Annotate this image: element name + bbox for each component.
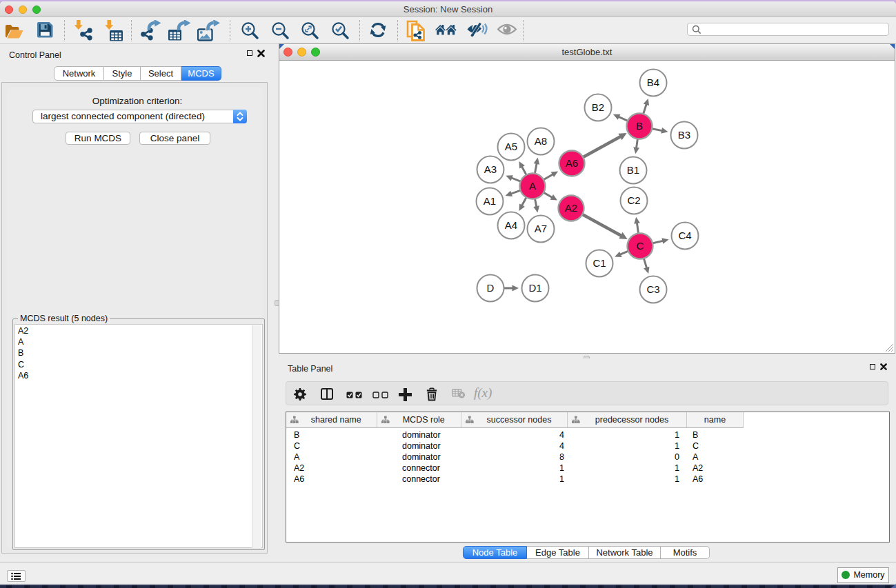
svg-text:C: C	[637, 240, 644, 252]
svg-text:A4: A4	[505, 219, 517, 231]
svg-text:D: D	[487, 282, 495, 294]
svg-text:C1: C1	[593, 257, 606, 269]
svg-text:C4: C4	[678, 230, 691, 241]
svg-text:A3: A3	[484, 163, 497, 175]
svg-text:D1: D1	[528, 282, 541, 294]
svg-text:B2: B2	[592, 101, 604, 113]
svg-text:A2: A2	[565, 202, 577, 214]
svg-text:A6: A6	[566, 157, 578, 169]
svg-text:A1: A1	[484, 195, 496, 207]
svg-text:C3: C3	[646, 283, 659, 295]
svg-text:B4: B4	[647, 77, 659, 88]
svg-text:A: A	[529, 180, 536, 192]
svg-text:B1: B1	[627, 164, 639, 176]
svg-text:B3: B3	[678, 129, 690, 141]
svg-text:A8: A8	[535, 135, 547, 147]
svg-text:A7: A7	[535, 223, 547, 234]
svg-text:C2: C2	[627, 194, 640, 206]
svg-text:A5: A5	[505, 141, 517, 152]
svg-text:B: B	[636, 120, 643, 132]
